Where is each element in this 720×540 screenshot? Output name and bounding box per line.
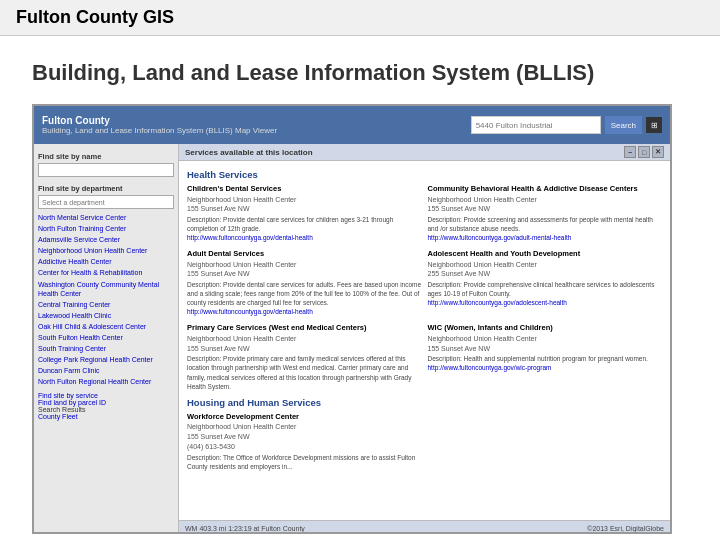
housing-services-grid: Workforce Development Center Neighborhoo… (187, 412, 662, 471)
sidebar-link-6[interactable]: Washington County Community Mental Healt… (38, 281, 159, 297)
info-item-3: Adolescent Health and Youth Development … (428, 249, 663, 317)
sidebar-link-7[interactable]: Central Training Center (38, 301, 110, 308)
info-link-0[interactable]: http://www.fultoncountyga.gov/dental-hea… (187, 234, 313, 241)
app-title-bottom: Building, Land and Lease Information Sys… (42, 126, 277, 135)
find-by-service-link[interactable]: Find site by service (38, 392, 98, 399)
find-by-dept-input[interactable] (38, 195, 174, 209)
info-addr-3: 255 Sunset Ave NW (428, 269, 663, 279)
find-by-service: Find site by service (38, 392, 174, 399)
app-screenshot: Fulton County Building, Land and Lease I… (32, 104, 672, 534)
sidebar-link-5[interactable]: Center for Health & Rehabilitation (38, 269, 142, 276)
find-by-name-input[interactable] (38, 163, 174, 177)
sidebar-link-8[interactable]: Lakewood Health Clinic (38, 312, 111, 319)
county-fleet-link[interactable]: County Fleet (38, 413, 78, 420)
search-results-label: Search Results (38, 406, 174, 413)
app-search-bar: Search ⊞ (471, 116, 662, 134)
info-org-4: Neighborhood Union Health Center (187, 334, 422, 344)
list-item[interactable]: South Fulton Health Center (38, 332, 174, 343)
info-panel: Health Services Children's Dental Servic… (179, 161, 670, 473)
app-search-button[interactable]: Search (605, 116, 642, 134)
panel-close-btn[interactable]: ✕ (652, 146, 664, 158)
list-item[interactable]: North Mental Service Center (38, 212, 174, 223)
list-item[interactable]: Neighborhood Union Health Center (38, 245, 174, 256)
info-title-5: WIC (Women, Infants and Children) (428, 323, 663, 334)
info-addr-1: 155 Sunset Ave NW (428, 204, 663, 214)
info-org-3: Neighborhood Union Health Center (428, 260, 663, 270)
panel-header-bar: Services available at this location − □ … (179, 144, 670, 161)
app-search-input[interactable] (471, 116, 601, 134)
sidebar: Find site by name Find site by departmen… (34, 144, 179, 534)
list-item[interactable]: North Fulton Regional Health Center (38, 376, 174, 387)
find-by-dept-label: Find site by department (38, 184, 174, 193)
sidebar-link-list: North Mental Service Center North Fulton… (38, 212, 174, 388)
info-addr-5: 155 Sunset Ave NW (428, 344, 663, 354)
list-item[interactable]: Oak Hill Child & Adolescent Center (38, 321, 174, 332)
info-housing-title-0: Workforce Development Center (187, 412, 422, 423)
bottom-bar-left: WM 403.3 mi 1:23:19 at Fulton County (185, 525, 305, 532)
info-item-2: Adult Dental Services Neighborhood Union… (187, 249, 422, 317)
grid-icon[interactable]: ⊞ (646, 117, 662, 133)
info-title-4: Primary Care Services (West end Medical … (187, 323, 422, 334)
list-item[interactable]: Lakewood Health Clinic (38, 310, 174, 321)
panel-minimize-btn[interactable]: − (624, 146, 636, 158)
info-addr-0: 155 Sunset Ave NW (187, 204, 422, 214)
info-housing-phone-0: (404) 613-5430 (187, 442, 422, 452)
info-item-1: Community Behavioral Health & Addictive … (428, 184, 663, 243)
info-title-3: Adolescent Health and Youth Development (428, 249, 663, 260)
app-header: Fulton County GIS (0, 0, 720, 36)
list-item[interactable]: Addictive Health Center (38, 256, 174, 267)
list-item[interactable]: South Training Center (38, 343, 174, 354)
housing-services-heading: Housing and Human Services (187, 397, 662, 408)
info-desc-4: Description: Provide primary care and fa… (187, 354, 422, 390)
info-title-2: Adult Dental Services (187, 249, 422, 260)
info-housing-addr-0: 155 Sunset Ave NW (187, 432, 422, 442)
info-housing-org-0: Neighborhood Union Health Center (187, 422, 422, 432)
list-item[interactable]: Duncan Farm Clinic (38, 365, 174, 376)
app-header-title: Fulton County GIS (16, 7, 174, 28)
sidebar-link-14[interactable]: North Fulton Regional Health Center (38, 378, 151, 385)
info-item-housing-0: Workforce Development Center Neighborhoo… (187, 412, 422, 471)
sidebar-link-9[interactable]: Oak Hill Child & Adolescent Center (38, 323, 146, 330)
county-fleet-label: County Fleet (38, 413, 174, 420)
info-org-2: Neighborhood Union Health Center (187, 260, 422, 270)
info-item-4: Primary Care Services (West end Medical … (187, 323, 422, 390)
list-item[interactable]: Center for Health & Rehabilitation (38, 267, 174, 278)
info-link-2[interactable]: http://www.fultoncountyga.gov/dental-hea… (187, 308, 313, 315)
list-item[interactable]: Washington County Community Mental Healt… (38, 279, 174, 299)
sidebar-link-10[interactable]: South Fulton Health Center (38, 334, 123, 341)
info-title-0: Children's Dental Services (187, 184, 422, 195)
bllis-app-header: Fulton County Building, Land and Lease I… (34, 106, 670, 144)
bottom-status-bar: WM 403.3 mi 1:23:19 at Fulton County ©20… (179, 520, 670, 534)
sidebar-link-2[interactable]: Adamsville Service Center (38, 236, 120, 243)
info-addr-4: 155 Sunset Ave NW (187, 344, 422, 354)
info-item-5: WIC (Women, Infants and Children) Neighb… (428, 323, 663, 390)
health-services-grid: Children's Dental Services Neighborhood … (187, 184, 662, 391)
sidebar-link-12[interactable]: College Park Regional Health Center (38, 356, 153, 363)
bottom-bar-right: ©2013 Esri, DigitalGlobe (587, 525, 664, 532)
info-desc-3: Description: Provide comprehensive clini… (428, 280, 663, 298)
list-item[interactable]: College Park Regional Health Center (38, 354, 174, 365)
list-item[interactable]: Adamsville Service Center (38, 234, 174, 245)
sidebar-bottom: Find site by service Find land by parcel… (38, 392, 174, 420)
info-link-1[interactable]: http://www.fultoncountyga.gov/adult-ment… (428, 234, 572, 241)
page-content: Building, Land and Lease Information Sys… (0, 36, 720, 540)
find-by-name-label: Find site by name (38, 152, 174, 161)
list-item[interactable]: North Fulton Training Center (38, 223, 174, 234)
sidebar-link-3[interactable]: Neighborhood Union Health Center (38, 247, 147, 254)
sidebar-link-0[interactable]: North Mental Service Center (38, 214, 126, 221)
sidebar-link-11[interactable]: South Training Center (38, 345, 106, 352)
sidebar-link-13[interactable]: Duncan Farm Clinic (38, 367, 99, 374)
panel-header-text: Services available at this location (185, 148, 313, 157)
info-link-3[interactable]: http://www.fultoncountyga.gov/adolescent… (428, 299, 567, 306)
page-subtitle: Building, Land and Lease Information Sys… (32, 60, 688, 86)
info-link-5[interactable]: http://www.fultoncountyga.gov/wic-progra… (428, 364, 552, 371)
info-desc-5: Description: Health and supplemental nut… (428, 354, 663, 363)
list-item[interactable]: Central Training Center (38, 299, 174, 310)
panel-maximize-btn[interactable]: □ (638, 146, 650, 158)
sidebar-link-1[interactable]: North Fulton Training Center (38, 225, 126, 232)
main-content: Services available at this location − □ … (179, 144, 670, 534)
sidebar-link-4[interactable]: Addictive Health Center (38, 258, 112, 265)
find-by-parcel-link[interactable]: Find land by parcel ID (38, 399, 106, 406)
info-addr-2: 155 Sunset Ave NW (187, 269, 422, 279)
find-by-parcel: Find land by parcel ID (38, 399, 174, 406)
